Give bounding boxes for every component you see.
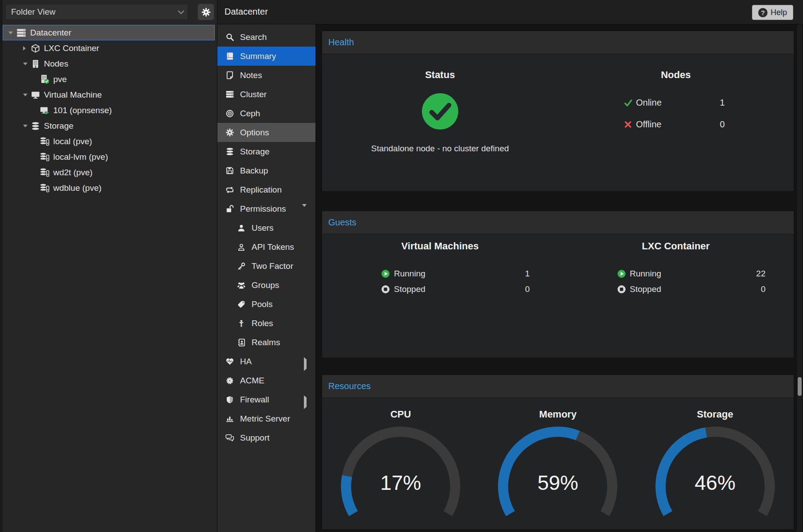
tree-item-storage-local-lvm[interactable]: local-lvm (pve) [3, 149, 215, 165]
menu-item-label: Firewall [240, 395, 269, 405]
menu-item-firewall[interactable]: Firewall [217, 390, 315, 409]
tree-settings-button[interactable] [197, 4, 214, 20]
menu-item-replication[interactable]: Replication [217, 180, 315, 199]
menu-item-users[interactable]: Users [217, 218, 315, 237]
gear-icon [201, 8, 211, 17]
menu-item-storage[interactable]: Storage [217, 142, 315, 161]
help-button[interactable]: ? Help [752, 5, 793, 20]
memory-gauge-column: Memory 59% 9.11 GiB of 15.50 GiB [479, 398, 636, 532]
scrollbar-thumb[interactable] [798, 377, 802, 396]
expand-caret-icon[interactable] [304, 359, 307, 369]
guests-panel-title: Guests [328, 217, 356, 228]
vm-running-row: Running 1 [381, 269, 530, 279]
user-icon [237, 224, 246, 232]
tree-item-label: Nodes [44, 59, 68, 69]
health-panel: Health Status Standalone node - no clust… [322, 31, 794, 192]
menu-item-groups[interactable]: Groups [217, 276, 315, 295]
caret-down-icon[interactable] [23, 63, 31, 65]
note-icon [225, 71, 234, 79]
expand-caret-icon[interactable] [304, 398, 307, 407]
tree-item-label: local-lvm (pve) [53, 152, 108, 162]
menu-item-cluster[interactable]: Cluster [217, 85, 315, 104]
desktop-play-icon [40, 106, 49, 115]
health-nodes-column: Nodes Online 1 [558, 54, 794, 154]
vm-running-value: 1 [525, 269, 530, 279]
lxc-running-value: 22 [756, 269, 765, 279]
cross-icon [624, 120, 633, 129]
menu-item-label: Roles [252, 319, 273, 328]
tree-item-label: local (pve) [53, 137, 92, 146]
tree-item-vm-101[interactable]: 101 (opnsense) [3, 102, 215, 118]
nodes-offline-value: 0 [720, 119, 724, 130]
caret-down-icon[interactable] [8, 32, 16, 34]
collapse-caret-icon[interactable] [302, 207, 307, 217]
view-selector-dropdown[interactable]: Folder View [5, 4, 188, 20]
tree-item-pve[interactable]: pve [3, 71, 215, 87]
tree-item-storage-local[interactable]: local (pve) [3, 134, 215, 149]
gear-icon [225, 128, 234, 137]
menu-item-two-factor[interactable]: Two Factor [217, 256, 315, 276]
menu-item-label: Replication [240, 185, 282, 195]
menu-item-summary[interactable]: Summary [217, 47, 315, 66]
menu-item-label: Search [240, 32, 267, 42]
menu-item-search[interactable]: Search [217, 28, 315, 47]
resources-panel-title: Resources [328, 381, 371, 391]
view-selector-value: Folder View [11, 7, 55, 17]
menu-item-metric-server[interactable]: Metric Server [217, 409, 315, 428]
tree-item-nodes[interactable]: Nodes [3, 56, 215, 71]
menu-item-acme[interactable]: ACME [217, 371, 315, 390]
menu-item-roles[interactable]: Roles [217, 314, 315, 333]
building-icon [31, 59, 40, 68]
menu-item-label: Support [240, 433, 270, 443]
tree-item-storage-wdblue[interactable]: wdblue (pve) [3, 180, 215, 196]
menu-item-backup[interactable]: Backup [217, 161, 315, 180]
database-drive-icon [40, 183, 49, 193]
play-circle-icon [617, 269, 626, 278]
menu-item-permissions[interactable]: Permissions [217, 199, 315, 218]
tree-item-datacenter[interactable]: Datacenter [3, 25, 215, 40]
database-icon [225, 147, 234, 156]
nodes-online-label: Online [636, 98, 662, 108]
lxc-running-row: Running 22 [617, 269, 766, 279]
storage-percent: 46% [649, 471, 782, 495]
certificate-seal-icon [225, 377, 234, 385]
resources-panel: Resources CPU 17% of 4 CPU(s) Memory [322, 374, 794, 530]
menu-item-realms[interactable]: Realms [217, 333, 315, 352]
tree-item-virtual-machine[interactable]: Virtual Machine [3, 87, 215, 102]
database-drive-icon [40, 152, 49, 162]
tree-item-label: 101 (opnsense) [53, 106, 112, 115]
nodes-online-row: Online 1 [624, 98, 725, 108]
menu-item-api-tokens[interactable]: API Tokens [217, 237, 315, 256]
vm-heading: Virtual Machines [322, 240, 558, 252]
unlock-icon [225, 205, 234, 213]
menu-item-notes[interactable]: Notes [217, 66, 315, 85]
menu-item-pools[interactable]: Pools [217, 295, 315, 314]
tree-item-storage-wd2t[interactable]: wd2t (pve) [3, 165, 215, 180]
storage-gauge-column: Storage 46% 1.44 TiB of 3.10 TiB [637, 398, 794, 532]
vertical-scrollbar[interactable] [797, 24, 802, 532]
memory-percent: 59% [491, 471, 624, 495]
menu-item-label: Cluster [240, 90, 267, 99]
stop-circle-icon [381, 285, 390, 294]
tree-item-label: wd2t (pve) [53, 168, 93, 177]
lxc-stopped-label: Stopped [630, 284, 661, 294]
menu-item-label: ACME [240, 376, 264, 386]
tree-item-lxc-container[interactable]: LXC Container [3, 40, 215, 56]
menu-item-ceph[interactable]: Ceph [217, 104, 315, 123]
caret-down-icon[interactable] [23, 125, 31, 127]
bar-chart-icon [225, 414, 234, 423]
sidebar-toolbar: Folder View [3, 0, 217, 24]
menu-item-label: Options [240, 128, 269, 138]
database-drive-icon [40, 168, 49, 177]
menu-item-options[interactable]: Options [217, 123, 315, 142]
menu-item-support[interactable]: Support [217, 428, 315, 447]
tree-item-storage[interactable]: Storage [3, 118, 215, 134]
menu-item-label: Storage [240, 147, 270, 157]
menu-item-label: Two Factor [252, 261, 293, 271]
storage-gauge: 46% [649, 426, 782, 532]
cpu-gauge: 17% [334, 426, 467, 532]
book-icon [225, 52, 234, 60]
caret-down-icon[interactable] [23, 94, 31, 96]
caret-right-icon[interactable] [23, 46, 31, 51]
menu-item-ha[interactable]: HA [217, 352, 315, 371]
